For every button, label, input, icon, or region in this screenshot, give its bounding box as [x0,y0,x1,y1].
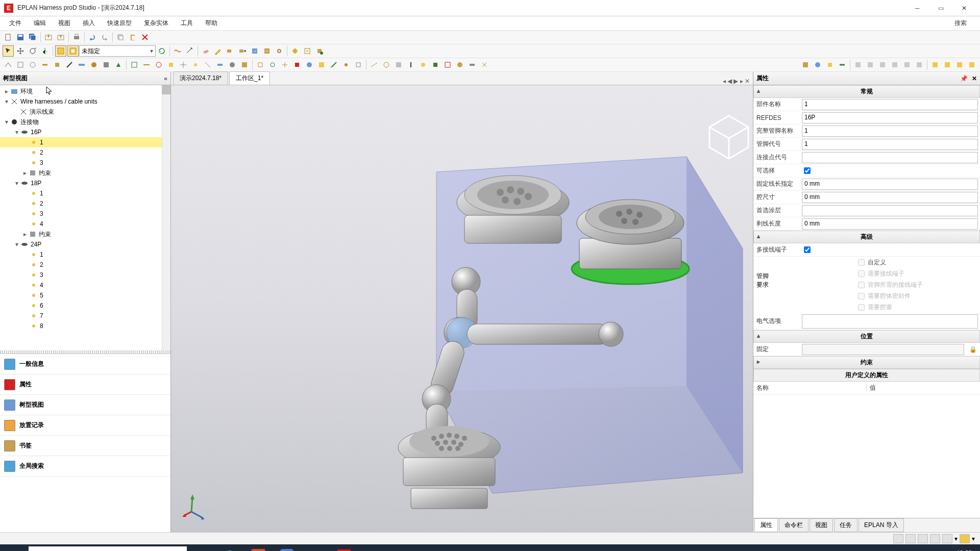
tool3r-icon[interactable] [954,59,965,70]
tree-node-pin[interactable]: 2 [40,149,43,156]
wire-icon[interactable] [184,45,195,57]
tree-node-pin[interactable]: 3 [40,271,43,279]
tool3-icon[interactable] [15,59,26,70]
tool3r-icon[interactable] [914,59,925,70]
tool3-icon[interactable] [27,59,38,70]
expand-icon[interactable]: ▾ [3,98,10,105]
taskbar-search[interactable]: 🔍搜索 [29,546,187,551]
tree-node-pin[interactable]: 3 [40,210,43,217]
prop-value-coating[interactable] [802,205,978,216]
3d-viewport[interactable] [171,85,753,532]
status-icon[interactable] [918,534,928,543]
maximize-button[interactable]: ▭ [929,0,952,16]
tree-node-pin[interactable]: 4 [40,282,43,289]
expand-icon[interactable]: ▾ [3,118,10,126]
delete-icon[interactable] [139,32,151,43]
select-tool-icon[interactable] [3,45,14,57]
tree-node-conn[interactable]: 连接物 [20,118,39,127]
erase-icon[interactable] [200,45,211,57]
tree-node-wh[interactable]: Wire harnesses / cable units [20,98,97,105]
doc-tab-2[interactable]: 工作区_1* [229,71,270,85]
btab-cmd[interactable]: 命令栏 [779,518,808,532]
prop-value-elecopt[interactable] [802,314,978,329]
place-b-icon[interactable] [302,45,313,57]
expand-icon[interactable]: ▸ [21,231,29,238]
rotate-tool-icon[interactable] [27,45,38,57]
prop-value-refdes[interactable]: 16P [802,112,978,123]
tool3-icon[interactable] [239,59,250,70]
tool3-icon[interactable] [405,59,416,70]
tool3-icon[interactable] [39,59,51,70]
menu-file[interactable]: 文件 [3,17,28,30]
view-cube[interactable] [709,116,748,159]
tool3-icon[interactable] [369,59,380,70]
filter-a-icon[interactable] [55,45,66,57]
tool3-icon[interactable] [430,59,441,70]
tool3r-icon[interactable] [800,59,811,70]
tool3r-icon[interactable] [837,59,848,70]
collapse-left-icon[interactable]: « [164,75,167,82]
tool3-icon[interactable] [178,59,189,70]
btab-task[interactable]: 任务 [834,518,857,532]
expand-icon[interactable]: ▾ [13,180,20,187]
tree-node-24p[interactable]: 24P [31,241,41,248]
link-icon[interactable] [274,45,285,57]
taskbar-app-harness[interactable] [187,544,215,551]
tool3r-icon[interactable] [966,59,977,70]
lock-icon[interactable]: 🔒 [966,346,980,353]
filter-b-icon[interactable] [67,45,79,57]
menu-edit[interactable]: 编辑 [28,17,52,30]
menu-rapid[interactable]: 快速原型 [101,17,138,30]
tree-view[interactable]: ▸环境 ▾Wire harnesses / cable units 演示线束 ▾… [0,85,170,350]
status-icon[interactable] [930,534,940,543]
redo-icon[interactable] [99,32,110,43]
tool3-icon[interactable] [101,59,112,70]
import-icon[interactable] [55,32,66,43]
model-connector-3[interactable] [398,426,500,509]
sync-a-icon[interactable] [249,45,260,57]
tree-node-demo[interactable]: 演示线束 [30,108,54,116]
tool3-icon[interactable] [353,59,364,70]
tool3-icon[interactable] [52,59,63,70]
tool3r-icon[interactable] [877,59,888,70]
tool3-icon[interactable] [393,59,404,70]
tool3-icon[interactable] [64,59,75,70]
tree-node-pin[interactable]: 2 [40,200,43,207]
tool3r-icon[interactable] [852,59,864,70]
tool3-icon[interactable] [214,59,226,70]
tool3-icon[interactable] [479,59,490,70]
tool3-icon[interactable] [165,59,177,70]
prop-value-pincode[interactable]: 1 [802,139,978,150]
prop-multiterm-checkbox[interactable] [804,246,811,253]
tag-b-icon[interactable] [237,45,248,57]
btab-view[interactable]: 视图 [810,518,833,532]
tool3-icon[interactable] [255,59,266,70]
prop-selectable-checkbox[interactable] [804,167,811,174]
status-icon[interactable] [942,534,952,543]
axis-tool-icon[interactable] [39,45,51,57]
panel-tab-info[interactable]: 一般信息 [0,354,170,374]
tab-nav-icons[interactable]: ◂ ◀ ▶ ▸ ✕ [720,78,753,85]
save-icon[interactable] [15,32,26,43]
taskbar-app-wps[interactable]: W [244,544,273,551]
tree-node-pin[interactable]: 1 [40,139,43,146]
tree-node-pin[interactable]: 4 [40,220,43,228]
new-icon[interactable] [3,32,14,43]
tool3-icon[interactable] [316,59,327,70]
status-icon[interactable] [960,534,970,543]
taskbar-app-eplan[interactable]: E [330,544,358,551]
paste-icon[interactable] [127,32,138,43]
menu-view[interactable]: 视图 [52,17,77,30]
tool3-icon[interactable] [76,59,87,70]
tree-node-16p[interactable]: 16P [31,129,41,136]
doc-tab-1[interactable]: 演示2024.7.18* [173,71,228,85]
taskbar-app-meeting[interactable] [273,544,301,551]
collapse-section-icon[interactable]: ▴ [757,233,760,240]
model-connector-1[interactable] [457,176,569,243]
menu-tools[interactable]: 工具 [175,17,199,30]
tree-node-pin[interactable]: 8 [40,322,43,330]
mode-dropdown[interactable]: 未指定▾ [79,45,156,57]
prop-value-cavity[interactable]: 0 mm [802,192,978,203]
tool3-icon[interactable] [267,59,278,70]
tool3-icon[interactable] [129,59,140,70]
